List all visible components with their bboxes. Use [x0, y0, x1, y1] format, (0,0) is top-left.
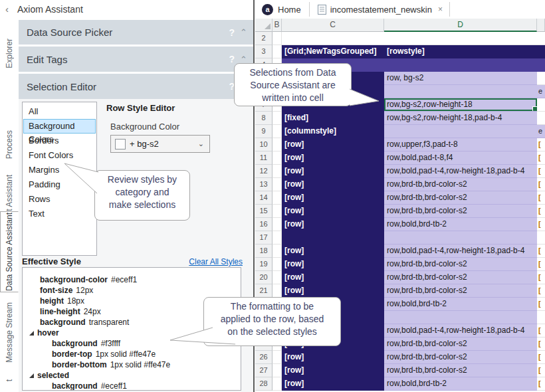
cell-c11[interactable]: [row] — [282, 151, 384, 165]
cell-c13[interactable]: [row] — [282, 178, 384, 191]
cell-c14[interactable]: [row] — [282, 191, 384, 205]
cell-e17[interactable] — [537, 231, 545, 245]
sidebar-tab-explorer[interactable]: Explorer — [0, 27, 18, 80]
cell-e12[interactable]: [ — [537, 165, 545, 178]
style-property[interactable]: font-size12px — [23, 285, 241, 296]
cell-b20[interactable] — [272, 271, 282, 284]
cell-b14[interactable] — [272, 191, 282, 205]
help-icon[interactable]: ? — [229, 27, 235, 38]
cell-b19[interactable] — [272, 258, 282, 271]
cell-e9[interactable]: e — [537, 125, 545, 138]
cell-d11[interactable]: row,bold,pad-t-8,f4 — [384, 151, 537, 165]
expanded-triangle-icon[interactable] — [29, 331, 34, 336]
cell-b2[interactable] — [272, 32, 282, 45]
cell-e7[interactable] — [537, 98, 545, 112]
style-property[interactable]: border-bottom1px solid #ffe47e — [23, 359, 241, 370]
panel-header-data-source-picker[interactable]: Data Source Picker ? ⌃ — [19, 20, 253, 45]
cell-d18[interactable]: row,bold,pad-t-4,row-height-18,pad-b-4 — [384, 245, 537, 258]
column-header-d[interactable]: D — [384, 19, 537, 32]
row-number-cell[interactable]: 26 — [255, 351, 272, 364]
cell-b3[interactable] — [272, 45, 282, 58]
cell-c20[interactable]: [row] — [282, 271, 384, 284]
tab-incomestatement-newskin[interactable]: incomestatement_newskin × — [310, 0, 449, 19]
cell-d26[interactable]: row,brd-tb,brd-color-s2 — [384, 351, 537, 364]
panel-header-edit-tags[interactable]: Edit Tags ? ⌃ — [19, 47, 253, 72]
style-property[interactable]: background-color#eceff1 — [23, 274, 241, 285]
cell-e27[interactable]: [ — [537, 364, 545, 377]
row-number-cell[interactable]: 2 — [255, 32, 272, 45]
expanded-triangle-icon[interactable] — [29, 373, 34, 378]
row-number-cell[interactable]: 28 — [255, 377, 272, 391]
cell-c17[interactable] — [282, 231, 384, 245]
cell-e19[interactable]: [ — [537, 258, 545, 271]
cell-c3[interactable]: [Grid;NewTagsGrouped] — [282, 45, 384, 58]
cell-e15[interactable]: [ — [537, 205, 545, 218]
cell-d6[interactable] — [384, 85, 537, 98]
row-number-cell[interactable]: 13 — [255, 178, 272, 191]
cell-d10[interactable]: row,upper,f3,pad-t-8 — [384, 138, 537, 151]
close-icon[interactable]: × — [438, 5, 443, 14]
cell-c19[interactable]: [row] — [282, 258, 384, 271]
row-number-cell[interactable]: 9 — [255, 125, 272, 138]
cell-c21[interactable]: [row] — [282, 284, 384, 298]
cell-e4[interactable] — [537, 58, 545, 72]
cell-e10[interactable]: [ — [537, 138, 545, 151]
cell-e14[interactable]: [ — [537, 191, 545, 205]
collapse-chevron-icon[interactable]: ⌃ — [240, 27, 247, 37]
cell-e24[interactable]: [ — [537, 324, 545, 338]
cell-d19[interactable]: row,brd-tb,brd-color-s2 — [384, 258, 537, 271]
cell-b9[interactable] — [272, 125, 282, 138]
cell-b11[interactable] — [272, 151, 282, 165]
column-header-b[interactable]: B — [272, 19, 282, 32]
cell-b16[interactable] — [272, 218, 282, 231]
cell-e18[interactable]: [ — [537, 245, 545, 258]
back-icon[interactable]: ‹ — [5, 3, 9, 15]
cell-d13[interactable]: row,brd-tb,brd-color-s2 — [384, 178, 537, 191]
row-number-cell[interactable]: 20 — [255, 271, 272, 284]
cell-e11[interactable]: [ — [537, 151, 545, 165]
cell-b15[interactable] — [272, 205, 282, 218]
row-number-cell[interactable]: 21 — [255, 284, 272, 298]
cell-c12[interactable]: [row] — [282, 165, 384, 178]
cell-b12[interactable] — [272, 165, 282, 178]
cell-e20[interactable]: [ — [537, 271, 545, 284]
cell-d24[interactable]: row,bold,pad-t-4,row-height-18,pad-b-4 — [384, 324, 537, 338]
cell-b27[interactable] — [272, 364, 282, 377]
background-color-dropdown[interactable]: + bg-s2 ⌄ — [110, 135, 210, 153]
cell-e26[interactable]: [ — [537, 351, 545, 364]
cell-d7[interactable]: row,bg-s2,row-height-18 — [384, 98, 537, 112]
category-item-margins[interactable]: Margins — [23, 163, 96, 177]
row-number-cell[interactable]: 16 — [255, 218, 272, 231]
row-number-cell[interactable]: 14 — [255, 191, 272, 205]
help-icon[interactable]: ? — [229, 54, 235, 64]
sidebar-tab-data-source-assistant[interactable]: Data Source Assistant — [0, 211, 19, 292]
sidebar-tab-t[interactable]: t — [0, 369, 18, 392]
category-item-text[interactable]: Text — [23, 207, 96, 221]
cell-c26[interactable]: [row] — [282, 351, 384, 364]
style-property[interactable]: border-top1px solid #ffe47e — [23, 349, 241, 359]
style-group-selected[interactable]: selected — [23, 370, 241, 381]
cell-e3[interactable] — [537, 45, 545, 58]
row-number-cell[interactable]: 17 — [255, 231, 272, 245]
cell-d22[interactable]: row,bold,brd-tb-2 — [384, 298, 537, 311]
column-header-e[interactable] — [537, 19, 545, 32]
cell-e8[interactable] — [537, 112, 545, 125]
tab-home[interactable]: a Home — [255, 0, 309, 19]
cell-d23[interactable] — [384, 311, 537, 324]
cell-e13[interactable]: [ — [537, 178, 545, 191]
cell-d20[interactable]: row,brd-tb,brd-color-s2 — [384, 271, 537, 284]
panel-header-selection-editor[interactable]: Selection Editor ? ⌃ — [19, 74, 253, 99]
cell-d15[interactable]: row,brd-tb,brd-color-s2 — [384, 205, 537, 218]
clear-all-styles-link[interactable]: Clear All Styles — [189, 257, 243, 266]
row-number-cell[interactable]: 8 — [255, 112, 272, 125]
cell-c10[interactable]: [row] — [282, 138, 384, 151]
sidebar-tab-process[interactable]: Process — [0, 123, 18, 166]
cell-c16[interactable]: [row] — [282, 218, 384, 231]
cell-c28[interactable]: [row] — [282, 377, 384, 391]
cell-d9[interactable] — [384, 125, 537, 138]
cell-c27[interactable]: [row] — [282, 364, 384, 377]
row-number-cell[interactable]: 15 — [255, 205, 272, 218]
column-header-c[interactable]: C — [282, 19, 384, 32]
cell-e22[interactable]: [ — [537, 298, 545, 311]
row-number-cell[interactable]: 3 — [255, 45, 272, 58]
